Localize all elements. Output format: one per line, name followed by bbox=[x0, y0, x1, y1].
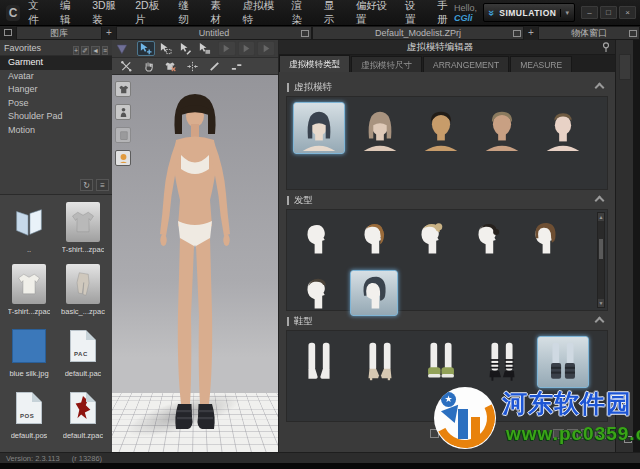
scroll-thumb[interactable] bbox=[599, 239, 603, 259]
scrollbar[interactable]: ▲▼ bbox=[597, 212, 605, 308]
avatar-female-dark-bob[interactable] bbox=[293, 102, 345, 154]
menu-item-5[interactable]: 缝纫 bbox=[178, 0, 195, 27]
collapse-chevron-icon[interactable] bbox=[595, 316, 605, 326]
menu-item-8[interactable]: 渲染 bbox=[292, 0, 309, 27]
back-icon[interactable]: ◄ bbox=[91, 46, 100, 55]
section-box-1 bbox=[286, 96, 608, 190]
stitch-segment-tool[interactable] bbox=[227, 59, 245, 74]
hair-bun-black[interactable] bbox=[464, 215, 512, 261]
view-list-icon[interactable]: ≡ bbox=[96, 179, 109, 191]
menu-item-6[interactable]: 素材 bbox=[210, 0, 227, 27]
viewport-toolbar-main bbox=[112, 40, 278, 58]
collapsed-panel-handle[interactable] bbox=[619, 54, 631, 80]
hair-pixie-dark[interactable] bbox=[293, 270, 341, 316]
sidebar-item-garment[interactable]: Garment bbox=[0, 56, 112, 70]
show-pattern-toggle[interactable] bbox=[115, 127, 131, 143]
collapse-chevron-icon[interactable] bbox=[595, 82, 605, 92]
file-thumbnail-garment-red-icon bbox=[61, 385, 105, 431]
simulate-arrow-icon[interactable] bbox=[115, 42, 129, 56]
transform-avatar-tool[interactable] bbox=[117, 59, 135, 74]
sidebar-item-hanger[interactable]: Hanger bbox=[0, 83, 112, 97]
symmetry-tool[interactable] bbox=[183, 59, 201, 74]
sidebar-item-shoulder-pad[interactable]: Shoulder Pad bbox=[0, 110, 112, 124]
show-avatar-toggle[interactable] bbox=[115, 104, 131, 120]
editor-tab-1[interactable]: 虚拟模特类型 bbox=[279, 55, 350, 72]
simulation-dropdown-icon[interactable]: ▾ bbox=[560, 9, 569, 17]
scroll-up-icon[interactable]: ▲ bbox=[598, 213, 604, 221]
section-header-3: 鞋型 bbox=[287, 314, 607, 328]
file-item-3[interactable]: T-shirt...zpac bbox=[2, 261, 56, 323]
select-box-tool[interactable] bbox=[157, 41, 175, 56]
hair-bun-blonde[interactable] bbox=[407, 215, 455, 261]
reset-garment-tool[interactable] bbox=[161, 59, 179, 74]
tab-untitled[interactable]: Untitled bbox=[116, 26, 312, 40]
avatar-male-asian[interactable] bbox=[415, 102, 467, 154]
minimize-button[interactable]: – bbox=[581, 6, 598, 19]
menu-item-4[interactable]: 2D板片 bbox=[135, 0, 163, 27]
pin-icon[interactable] bbox=[601, 41, 611, 53]
avatar-figure[interactable] bbox=[120, 88, 270, 440]
hair-bob-dark[interactable] bbox=[350, 270, 398, 316]
menu-item-12[interactable]: 手册 bbox=[437, 0, 454, 27]
avatar-child[interactable] bbox=[537, 102, 589, 154]
hair-ponytail-brown[interactable] bbox=[350, 215, 398, 261]
file-label: basic_...zpac bbox=[61, 307, 105, 316]
scroll-down-icon[interactable]: ▼ bbox=[598, 299, 604, 307]
simulation-button[interactable]: » SIMULATION ▾ bbox=[483, 3, 575, 22]
refresh-icon[interactable]: ↻ bbox=[80, 179, 93, 191]
menu-item-10[interactable]: 偏好设置 bbox=[356, 0, 390, 27]
viewport-stage[interactable] bbox=[112, 75, 278, 452]
show-head-toggle[interactable] bbox=[115, 150, 131, 166]
section-title: 虚拟模特 bbox=[294, 81, 596, 94]
section-title: 发型 bbox=[294, 194, 596, 207]
username: CGli bbox=[454, 13, 473, 23]
file-thumbnail-doc-icon: POS bbox=[7, 385, 51, 431]
popout-icon[interactable] bbox=[513, 30, 521, 37]
close-button[interactable]: × bbox=[619, 6, 636, 19]
file-item-7[interactable]: POSdefault.pos bbox=[2, 385, 56, 447]
file-item-1[interactable]: .. bbox=[2, 199, 56, 261]
maximize-button[interactable]: □ bbox=[600, 6, 617, 19]
editor-tab-2[interactable]: 虚拟模特尺寸 bbox=[351, 56, 422, 72]
sidebar-item-avatar[interactable]: Avatar bbox=[0, 70, 112, 84]
show-garment-toggle[interactable] bbox=[115, 81, 131, 97]
menu-item-3[interactable]: 3D服装 bbox=[92, 0, 120, 27]
stitch-line-tool[interactable] bbox=[205, 59, 223, 74]
display-toggles bbox=[115, 81, 131, 166]
hair-bald[interactable] bbox=[293, 215, 341, 261]
file-item-2[interactable]: T-shirt...zpac bbox=[56, 199, 110, 261]
select-mesh-tool[interactable] bbox=[196, 41, 214, 56]
list-icon[interactable]: ≡ bbox=[102, 46, 108, 55]
tab-object-window[interactable]: 物体窗口 bbox=[538, 26, 640, 40]
file-thumbnail-doc-icon: PAC bbox=[61, 323, 105, 369]
popout-icon[interactable] bbox=[4, 29, 12, 36]
menu-item-7[interactable]: 虚拟模特 bbox=[242, 0, 276, 27]
edit-icon[interactable]: ✐ bbox=[81, 46, 89, 55]
menu-item-9[interactable]: 显示 bbox=[324, 0, 341, 27]
sidebar-item-motion[interactable]: Motion bbox=[0, 124, 112, 138]
menu-item-2[interactable]: 编辑 bbox=[60, 0, 77, 27]
tab-project[interactable]: Default_Modelist.ZPrj bbox=[312, 26, 524, 40]
add-tab-button[interactable]: + bbox=[524, 26, 538, 40]
editor-tab-3[interactable]: ARRANGEMENT bbox=[423, 56, 509, 72]
avatar-male[interactable] bbox=[476, 102, 528, 154]
popout-icon[interactable] bbox=[301, 30, 309, 37]
add-icon[interactable]: + bbox=[73, 46, 79, 55]
file-item-6[interactable]: PACdefault.pac bbox=[56, 323, 110, 385]
hair-bob-brown[interactable] bbox=[521, 215, 569, 261]
popout-icon[interactable] bbox=[629, 30, 637, 37]
menu-item-11[interactable]: 设置 bbox=[405, 0, 422, 27]
select-move-tool[interactable] bbox=[137, 41, 155, 56]
editor-tab-4[interactable]: MEASURE bbox=[510, 56, 572, 72]
sidebar-item-pose[interactable]: Pose bbox=[0, 97, 112, 111]
select-pen-tool[interactable] bbox=[176, 41, 194, 56]
file-item-8[interactable]: default.zpac bbox=[56, 385, 110, 447]
file-item-5[interactable]: blue silk.jpg bbox=[2, 323, 56, 385]
collapse-chevron-icon[interactable] bbox=[595, 195, 605, 205]
avatar-female-light-hair[interactable] bbox=[354, 102, 406, 154]
grab-tool[interactable] bbox=[139, 59, 157, 74]
shoes-bare-feet[interactable] bbox=[293, 336, 345, 388]
shoes-heels-beige[interactable] bbox=[354, 336, 406, 388]
menu-item-1[interactable]: 文件 bbox=[28, 0, 45, 27]
file-item-4[interactable]: basic_...zpac bbox=[56, 261, 110, 323]
